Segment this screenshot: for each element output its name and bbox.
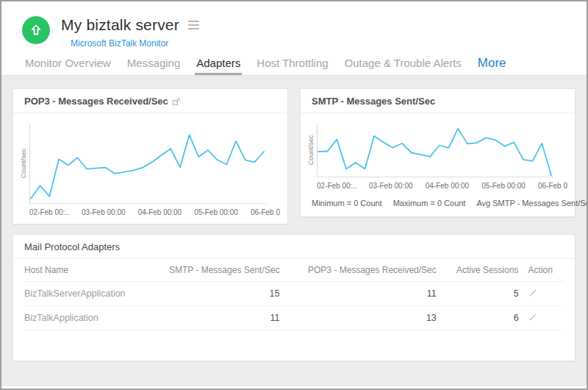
x-tick: 05-Feb 00:00 — [194, 208, 238, 216]
dashboard-content: POP3 - Messages Received/Sec Count/sec — [1, 75, 587, 386]
smtp-value-cell: 15 — [148, 282, 280, 306]
tab-host-throttling[interactable]: Host Throttling — [255, 57, 329, 75]
pop3-y-axis-label: Count/sec — [18, 122, 29, 205]
host-name-cell: BizTalkServerApplication — [24, 282, 148, 306]
x-tick: 06-Feb 0 — [538, 182, 567, 190]
x-tick: 04-Feb 00:00 — [426, 182, 470, 190]
edit-button[interactable] — [528, 288, 538, 297]
pop3-chart-title: POP3 - Messages Received/Sec — [24, 96, 168, 107]
smtp-line-chart — [317, 122, 553, 178]
smtp-value-cell: 11 — [148, 306, 280, 330]
tab-bar: Monitor Overview Messaging Adapters Host… — [1, 49, 587, 75]
table-row: BizTalkServerApplication 15 11 5 — [24, 282, 564, 306]
smtp-chart-title: SMTP - Messages Sent/Sec — [312, 96, 435, 107]
popup-external-link-icon[interactable] — [173, 98, 180, 105]
pop3-chart-card: POP3 - Messages Received/Sec Count/sec — [12, 88, 288, 224]
col-active-sessions: Active Sessions — [437, 259, 519, 282]
stat-minimum: Minimum = 0 Count — [312, 199, 382, 208]
page-title: My biztalk server — [61, 16, 179, 34]
pop3-x-axis-ticks: 02-Feb 00:.. 03-Feb 00:00 04-Feb 00:00 0… — [29, 208, 280, 216]
tab-monitor-overview[interactable]: Monitor Overview — [24, 57, 112, 75]
table-row: BizTalkApplication 11 13 6 — [24, 306, 564, 330]
x-tick: 03-Feb 00:00 — [369, 182, 413, 190]
status-up-badge — [22, 16, 50, 44]
pop3-value-cell: 11 — [279, 282, 436, 306]
host-name-cell: BizTalkApplication — [24, 306, 148, 330]
adapters-table: Host Name SMTP - Messages Sent/Sec POP3 … — [24, 259, 564, 330]
monitor-type-link[interactable]: Microsoft BizTalk Monitor — [71, 38, 168, 49]
col-host-name: Host Name — [24, 259, 148, 282]
x-tick: 02-Feb 00:.. — [29, 208, 69, 216]
smtp-y-axis-label: Count/sec — [305, 122, 317, 178]
arrow-up-icon — [29, 23, 43, 38]
col-action: Action — [519, 259, 564, 282]
x-tick: 06-Feb 0 — [251, 208, 280, 216]
stat-average: Avg SMTP - Messages Sent/Sec = 0 Count — [476, 199, 588, 208]
active-sessions-cell: 6 — [437, 306, 519, 330]
table-title: Mail Protocol Adapters — [13, 235, 575, 259]
smtp-x-axis-ticks: 02-Feb 00:.. 03-Feb 00:00 04-Feb 00:00 0… — [317, 182, 567, 190]
smtp-chart-stats: Minimum = 0 Count Maximum = 0 Count Avg … — [301, 197, 575, 216]
active-sessions-cell: 5 — [437, 282, 519, 306]
x-tick: 05-Feb 00:00 — [481, 182, 526, 190]
mail-protocol-adapters-card: Mail Protocol Adapters Host Name SMTP - … — [12, 234, 576, 361]
col-pop3-received: POP3 - Messages Received/Sec — [279, 259, 436, 282]
x-tick: 03-Feb 00:00 — [82, 208, 126, 216]
app-window: My biztalk server Microsoft BizTalk Moni… — [0, 0, 588, 390]
x-tick: 02-Feb 00:.. — [317, 182, 356, 190]
monitor-header: My biztalk server Microsoft BizTalk Moni… — [1, 1, 587, 49]
edit-button[interactable] — [528, 312, 538, 322]
x-tick: 04-Feb 00:00 — [138, 208, 182, 216]
tab-more[interactable]: More — [478, 56, 506, 75]
pop3-line-chart — [29, 122, 266, 205]
smtp-chart-card: SMTP - Messages Sent/Sec Count/sec 02-Fe… — [300, 88, 576, 217]
col-smtp-sent: SMTP - Messages Sent/Sec — [148, 259, 280, 282]
stat-maximum: Maximum = 0 Count — [393, 199, 466, 208]
table-header-row: Host Name SMTP - Messages Sent/Sec POP3 … — [24, 259, 564, 282]
tab-messaging[interactable]: Messaging — [126, 57, 182, 75]
hamburger-menu-icon[interactable] — [188, 18, 199, 32]
tab-outage-trouble-alerts[interactable]: Outage & Trouble Alerts — [343, 57, 463, 75]
pencil-icon — [528, 312, 538, 322]
pop3-value-cell: 13 — [279, 306, 436, 330]
smtp-series-line — [318, 129, 551, 176]
pop3-series-line — [31, 135, 264, 198]
pencil-icon — [528, 288, 538, 297]
tab-adapters[interactable]: Adapters — [195, 57, 242, 75]
